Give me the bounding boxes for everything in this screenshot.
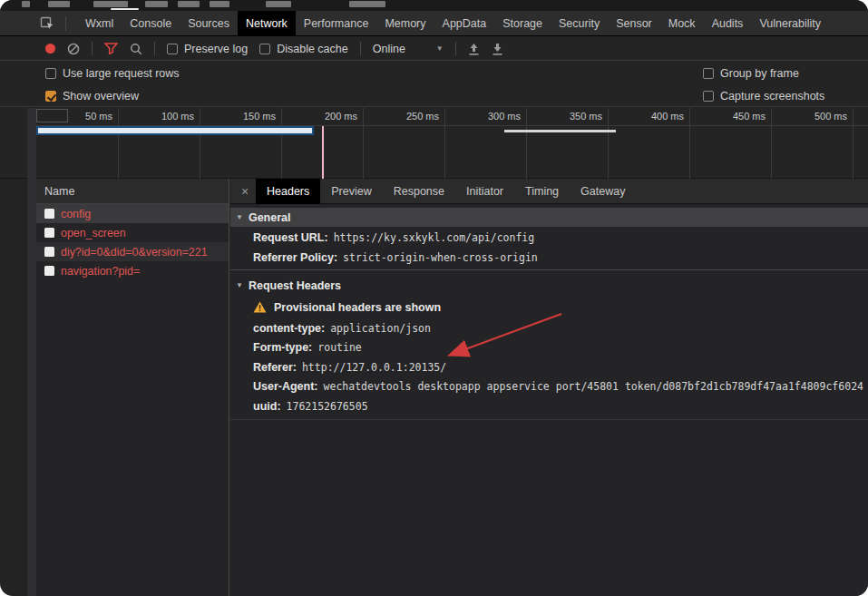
tab-appdata[interactable]: AppData: [434, 11, 495, 36]
header-name: content-type:: [253, 322, 325, 335]
request-row-open-screen[interactable]: open_screen: [36, 223, 229, 242]
document-icon: [44, 228, 54, 238]
tab-audits[interactable]: Audits: [704, 11, 752, 36]
network-toolbar: Preserve log Disable cache Online ▼: [0, 37, 868, 61]
section-divider: [230, 269, 868, 270]
gridline: [363, 108, 364, 179]
request-headers-section-title: Request Headers: [249, 279, 341, 292]
group-by-frame-option[interactable]: Group by frame: [703, 64, 799, 83]
detail-tab-bar: × Headers Preview Response Initiator Tim…: [230, 179, 868, 204]
clipped-tab-ghost: [48, 1, 70, 7]
ruler-tick-label: 100 ms: [129, 111, 194, 122]
header-row-referrer-policy: Referrer Policy:strict-origin-when-cross…: [230, 247, 868, 267]
disable-cache-label: Disable cache: [277, 43, 348, 55]
show-overview-checkbox[interactable]: [45, 91, 56, 102]
detail-tab-response[interactable]: Response: [383, 179, 455, 204]
ruler-tick-label: 500 ms: [782, 111, 847, 122]
gridline: [853, 108, 853, 179]
group-by-frame-checkbox[interactable]: [703, 68, 714, 79]
clear-icon[interactable]: [67, 43, 80, 55]
clipped-tab-ghost: [178, 1, 200, 7]
document-icon: [44, 266, 54, 276]
chevron-down-icon: ▼: [436, 44, 444, 53]
tab-wxml[interactable]: Wxml: [77, 11, 122, 36]
detail-tab-gateway[interactable]: Gateway: [570, 179, 636, 204]
capture-screenshots-checkbox[interactable]: [703, 91, 714, 102]
ruler-tick-label: 350 ms: [537, 111, 602, 122]
tab-network[interactable]: Network: [238, 11, 296, 36]
request-name: diy?id=0&did=0&version=221: [61, 246, 208, 259]
request-row-config[interactable]: config: [36, 204, 229, 223]
load-event-marker: [322, 126, 324, 179]
header-row-content-type: content-type:application/json: [230, 318, 868, 337]
preserve-log-checkbox[interactable]: [167, 44, 178, 54]
tab-performance[interactable]: Performance: [296, 11, 377, 36]
tab-sources[interactable]: Sources: [180, 11, 238, 36]
timeline-overview[interactable]: 50 ms 100 ms 150 ms 200 ms 250 ms 300 ms…: [0, 108, 868, 179]
tab-memory[interactable]: Memory: [376, 11, 434, 36]
general-section-header[interactable]: ▼ General: [230, 208, 868, 227]
clipped-tab-ghost: [93, 1, 128, 7]
detail-tab-timing[interactable]: Timing: [514, 179, 570, 204]
preserve-log-option[interactable]: Preserve log: [167, 43, 248, 55]
header-name: Form-type:: [253, 341, 312, 354]
name-column-header[interactable]: Name: [36, 179, 229, 204]
tab-console[interactable]: Console: [122, 11, 180, 36]
disclosure-triangle-icon: ▼: [236, 213, 243, 221]
tab-sensor[interactable]: Sensor: [608, 11, 660, 36]
export-har-icon[interactable]: [492, 43, 503, 55]
header-row-request-url: Request URL:https://ky.sxkykl.com/api/co…: [230, 227, 868, 247]
clipped-tab-ghost: [22, 1, 30, 7]
detail-tab-preview[interactable]: Preview: [320, 179, 382, 204]
timeline-overview-band: 50 ms 100 ms 150 ms 200 ms 250 ms 300 ms…: [36, 108, 868, 179]
document-icon: [44, 247, 54, 257]
disable-cache-checkbox[interactable]: [259, 44, 270, 54]
filter-icon[interactable]: [104, 43, 118, 54]
header-name: Referrer Policy:: [253, 251, 337, 264]
detail-tab-initiator[interactable]: Initiator: [455, 179, 514, 204]
capture-screenshots-option[interactable]: Capture screenshots: [703, 87, 824, 105]
group-by-frame-label: Group by frame: [720, 67, 799, 80]
disable-cache-option[interactable]: Disable cache: [259, 43, 348, 55]
ruler-tick-label: 50 ms: [47, 111, 112, 122]
network-options: Use large request rows Show overview Gro…: [0, 62, 868, 107]
tab-security[interactable]: Security: [551, 11, 608, 36]
tab-vulnerability[interactable]: Vulnerability: [751, 11, 829, 36]
ruler-tick-label: 250 ms: [374, 111, 439, 122]
request-headers-section-header[interactable]: ▼ Request Headers: [230, 276, 868, 295]
request-row-diy[interactable]: diy?id=0&did=0&version=221: [36, 242, 229, 261]
request-detail-panel: × Headers Preview Response Initiator Tim…: [230, 179, 868, 596]
gridline: [689, 108, 690, 179]
header-value: https://ky.sxkykl.com/api/config: [334, 231, 535, 244]
gridline: [526, 108, 527, 179]
ruler-tick-label: 200 ms: [292, 111, 357, 122]
close-icon[interactable]: ×: [234, 179, 256, 204]
requests-panel: Name config open_screen diy?id=0&did=0&v…: [36, 179, 229, 596]
clipped-tab-ghost: [145, 1, 168, 7]
tab-mock[interactable]: Mock: [660, 11, 704, 36]
header-name: User-Agent:: [253, 380, 318, 393]
general-section-title: General: [249, 211, 291, 224]
detail-tab-headers[interactable]: Headers: [256, 179, 320, 204]
request-row-navigation[interactable]: navigation?pid=: [36, 261, 229, 280]
header-row-form-type: Form-type:routine: [230, 337, 868, 357]
record-button[interactable]: [45, 44, 55, 54]
inspect-element-icon[interactable]: [40, 16, 54, 31]
clipped-tab-ghost: [266, 1, 291, 7]
window-left-gutter: [27, 108, 36, 596]
capture-screenshots-label: Capture screenshots: [720, 90, 824, 103]
show-overview-option[interactable]: Show overview: [45, 87, 139, 105]
use-large-request-rows-option[interactable]: Use large request rows: [45, 64, 180, 83]
toolbar-separator: [360, 42, 361, 55]
use-large-request-rows-checkbox[interactable]: [45, 68, 56, 79]
tab-storage[interactable]: Storage: [494, 11, 551, 36]
network-conditions-select[interactable]: Online ▼: [373, 43, 444, 55]
header-name: Request URL:: [253, 231, 328, 244]
search-icon[interactable]: [130, 43, 142, 55]
header-row-uuid: uuid:1762152676505: [230, 396, 868, 415]
header-row-referer: Referer:http://127.0.0.1:20135/: [230, 357, 868, 376]
header-value: strict-origin-when-cross-origin: [343, 251, 538, 264]
warning-icon: [253, 301, 267, 313]
network-conditions-value: Online: [373, 43, 405, 55]
import-har-icon[interactable]: [468, 43, 480, 55]
